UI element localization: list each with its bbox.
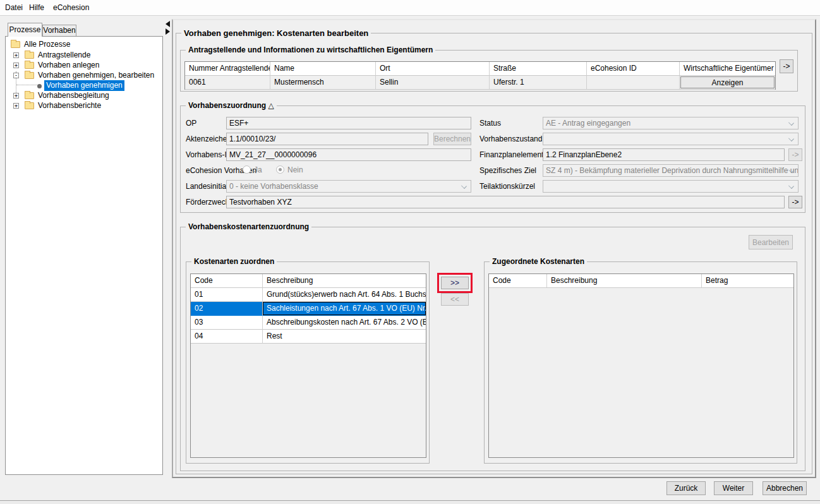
tree-item-vorhabensbegleitung[interactable]: + Vorhabensbegleitung	[6, 90, 162, 101]
expand-toggle[interactable]: +	[13, 63, 19, 68]
antragstellende-nav-button[interactable]: ->	[780, 59, 793, 73]
kostenarten-groupbox: Vorhabenskostenartenzuordnung Bearbeiten…	[180, 227, 805, 471]
radio-nein-label: Nein	[287, 165, 303, 175]
abbrechen-button[interactable]: Abbrechen	[763, 481, 807, 495]
cell-nummer: 0061	[185, 76, 270, 90]
cell-beschreibung: Rest	[263, 330, 426, 344]
vorhabens-id-field[interactable]	[226, 148, 471, 161]
tree-item-antragstellende[interactable]: + Antragstellende	[6, 50, 162, 61]
tab-vorhaben[interactable]: Vorhaben	[42, 25, 76, 37]
zugeordnete-kostenarten-groupbox: Zugeordnete Kostenarten Code Beschreibun…	[484, 261, 797, 464]
cell-ecohesion-id	[587, 76, 680, 90]
cell-code: 02	[191, 302, 263, 316]
cell-code: 01	[191, 288, 263, 302]
status-label: Status	[479, 117, 501, 129]
menu-item-hilfe[interactable]: Hilfe	[25, 2, 48, 14]
tree-item-vorhaben-genehmigen[interactable]: Vorhaben genehmigen	[6, 80, 162, 91]
finanzplanelement-label: Finanzplanelement	[479, 148, 543, 161]
table-header-row: Code Beschreibung Betrag	[489, 274, 793, 288]
table-row-selected[interactable]: 02 Sachleistungen nach Art. 67 Abs. 1 VO…	[191, 302, 426, 316]
table-row[interactable]: 03 Abschreibungskosten nach Art. 67 Abs.…	[191, 316, 426, 330]
menu-item-datei[interactable]: Datei	[1, 2, 27, 14]
table-row[interactable]: 0061 Mustermensch Sellin Uferstr. 1 Anze…	[185, 76, 775, 90]
kostenarten-title: Vorhabenskostenartenzuordnung	[186, 222, 311, 231]
table-row[interactable]: 04 Rest	[191, 330, 426, 344]
page-title: Vorhaben genehmigen: Kostenarten bearbei…	[181, 28, 371, 38]
menu-item-ecohesion[interactable]: eCohesion	[49, 2, 93, 14]
chevron-down-icon	[461, 183, 467, 189]
tree-item-vorhaben-genehmigen-bearbeiten[interactable]: - Vorhaben genehmigen, bearbeiten	[6, 70, 162, 81]
finanzplanelement-nav-button: ->	[788, 148, 802, 161]
weiter-button[interactable]: Weiter	[714, 481, 753, 495]
status-select: AE - Antrag eingegangen	[543, 117, 799, 129]
table-header-row: Code Beschreibung	[191, 274, 426, 288]
menu-bar: Datei Hilfe eCohesion	[0, 0, 820, 16]
expand-toggle[interactable]: +	[13, 52, 19, 58]
op-field[interactable]	[226, 117, 471, 129]
main-panel: Vorhaben genehmigen: Kostenarten bearbei…	[172, 19, 816, 478]
cell-ort: Sellin	[376, 76, 490, 90]
cell-beschreibung: Grund(stücks)erwerb nach Art. 64 Abs. 1 …	[263, 288, 426, 302]
vorhabens-id-label: Vorhabens-ID	[186, 148, 232, 161]
antragstellende-title: Antragstellende und Informationen zu wir…	[186, 45, 435, 54]
col-strasse: Straße	[490, 62, 587, 76]
vorhabenszustand-label: Vorhabenszustand	[479, 133, 542, 145]
anzeigen-button[interactable]: Anzeigen	[680, 76, 775, 88]
berechnen-button: Berechnen	[433, 133, 471, 145]
chevron-down-icon	[788, 120, 794, 126]
zurueck-button[interactable]: Zurück	[666, 481, 706, 495]
col-ort: Ort	[376, 62, 490, 76]
zugeordnete-kostenarten-table: Code Beschreibung Betrag	[488, 273, 794, 458]
antragstellende-table: Nummer Antragstellende Name Ort Straße e…	[184, 61, 776, 90]
col-beschreibung: Beschreibung	[263, 274, 426, 288]
col-nummer-antragstellende: Nummer Antragstellende	[185, 62, 270, 76]
op-label: OP	[186, 117, 196, 129]
tab-prozesse[interactable]: Prozesse	[8, 23, 42, 37]
folder-icon	[25, 72, 34, 79]
table-row[interactable]: 01 Grund(stücks)erwerb nach Art. 64 Abs.…	[191, 288, 426, 302]
expand-toggle[interactable]: +	[13, 103, 19, 109]
finanzplanelement-field[interactable]	[543, 148, 785, 161]
chevron-down-icon	[788, 183, 794, 189]
folder-icon	[25, 102, 34, 109]
splitter-collapse-left-icon[interactable]	[166, 21, 170, 27]
col-code: Code	[489, 274, 547, 288]
col-ecohesion-id: eCohesion ID	[587, 62, 680, 76]
cell-beschreibung: Sachleistungen nach Art. 67 Abs. 1 VO (E…	[263, 302, 426, 316]
aktenzeichen-field[interactable]	[226, 133, 428, 145]
tree-item-alle-prozesse[interactable]: Alle Prozesse	[6, 39, 162, 50]
wizard-step-groupbox: Vorhaben genehmigen: Kostenarten bearbei…	[176, 33, 812, 474]
teilaktionskuerzel-label: Teilaktionskürzel	[479, 180, 535, 193]
folder-icon	[25, 92, 34, 99]
process-tree: Alle Prozesse + Antragstellende + Vorhab…	[5, 36, 163, 475]
expand-toggle[interactable]: +	[13, 93, 19, 99]
bearbeiten-button: Bearbeiten	[749, 235, 793, 249]
radio-nein	[276, 165, 284, 174]
col-code: Code	[191, 274, 263, 288]
window-bottom-edge	[0, 500, 820, 504]
foerderzweck-nav-button[interactable]: ->	[788, 196, 802, 208]
foerderzweck-field[interactable]	[226, 196, 785, 208]
cell-code: 03	[191, 316, 263, 330]
col-betrag: Betrag	[702, 274, 793, 288]
kostenarten-zuordnen-table: Code Beschreibung 01 Grund(stücks)erwerb…	[190, 273, 426, 458]
splitter-collapse-right-icon[interactable]	[166, 28, 170, 35]
cell-code: 04	[191, 330, 263, 344]
assign-button[interactable]: >>	[441, 277, 469, 289]
radio-ja	[243, 165, 251, 174]
tree-item-vorhaben-anlegen[interactable]: + Vorhaben anlegen	[6, 60, 162, 71]
bullet-icon	[37, 84, 42, 88]
tree-item-vorhabensberichte[interactable]: + Vorhabensberichte	[6, 100, 162, 111]
cell-eigentuemer: Anzeigen	[680, 76, 775, 90]
landesinitiative-select: 0 - keine Vorhabensklasse	[226, 180, 471, 193]
col-wirtschaftliche-eigentuemer: Wirtschaftliche Eigentümer	[680, 62, 775, 76]
col-beschreibung: Beschreibung	[547, 274, 702, 288]
vorhabenszuordnung-groupbox: Vorhabenszuordnung △ OP Aktenzeichen Ber…	[180, 105, 805, 213]
kostenarten-zuordnen-groupbox: Kostenarten zuordnen Code Beschreibung 0…	[186, 261, 430, 464]
foerderzweck-label: Förderzweck	[186, 196, 229, 208]
vorhabenszustand-select	[543, 133, 799, 145]
folder-icon	[25, 52, 34, 59]
collapse-toggle[interactable]: -	[13, 73, 19, 78]
folder-icon	[11, 41, 20, 48]
table-header-row: Nummer Antragstellende Name Ort Straße e…	[185, 62, 775, 76]
